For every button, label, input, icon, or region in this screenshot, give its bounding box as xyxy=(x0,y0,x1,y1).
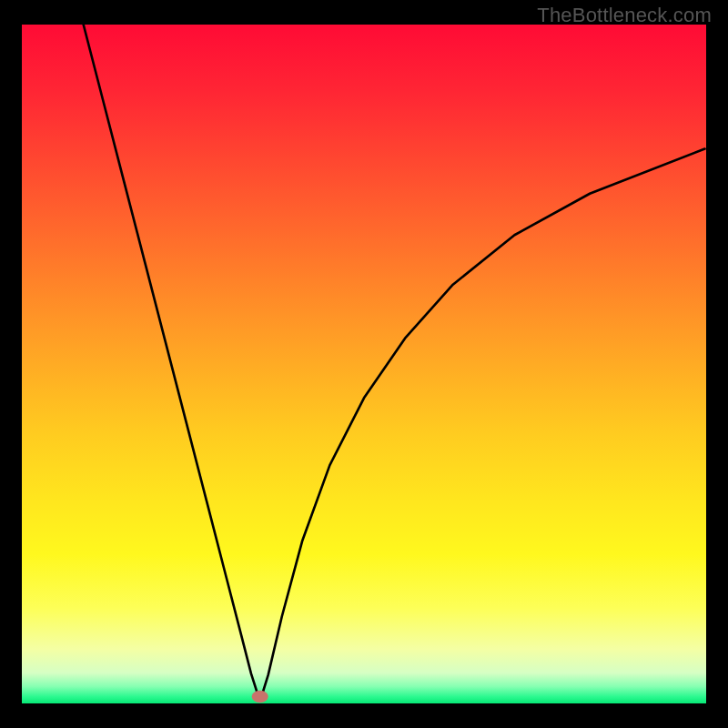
gradient-background xyxy=(22,25,706,703)
chart-frame: TheBottleneck.com xyxy=(0,0,728,728)
optimum-marker xyxy=(252,691,268,703)
bottleneck-chart xyxy=(22,25,706,703)
